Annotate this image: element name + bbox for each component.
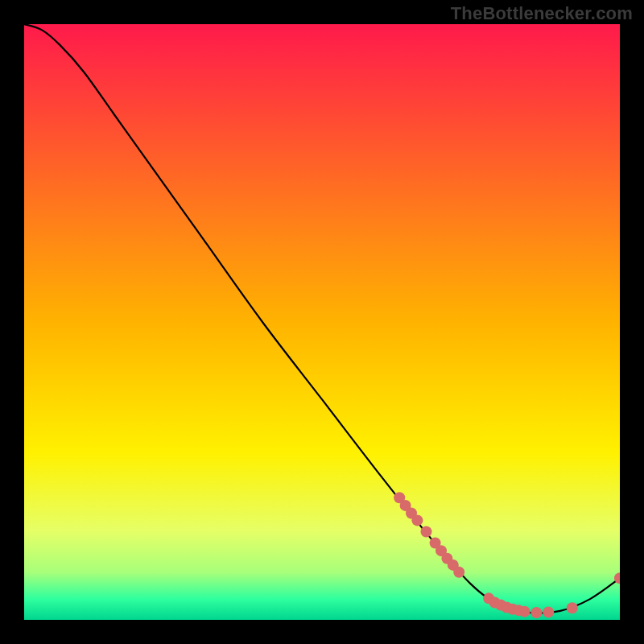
bottleneck-curve-chart	[24, 24, 620, 620]
watermark-text: TheBottlenecker.com	[451, 3, 633, 24]
data-marker	[567, 602, 578, 613]
chart-plot-area	[24, 24, 620, 620]
data-marker	[411, 514, 423, 526]
data-marker	[453, 567, 464, 578]
data-marker	[519, 606, 530, 617]
data-marker	[421, 526, 432, 537]
data-marker	[543, 606, 554, 617]
data-marker	[530, 607, 542, 618]
chart-frame: TheBottlenecker.com	[0, 0, 644, 644]
